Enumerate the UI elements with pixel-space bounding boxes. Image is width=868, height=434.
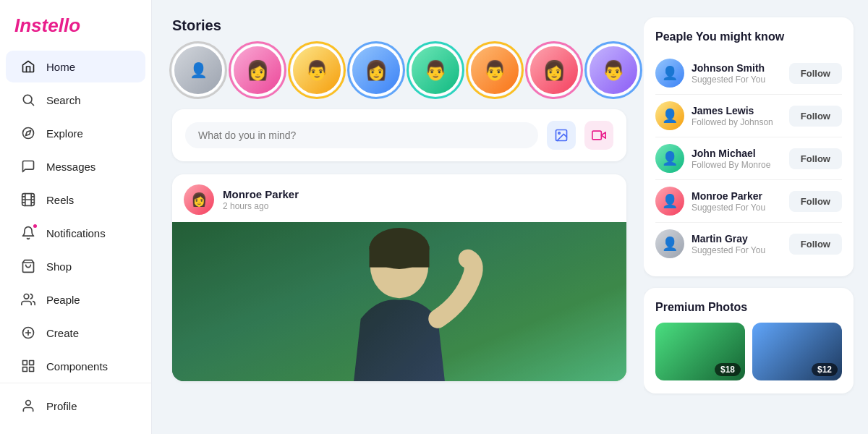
reels-icon <box>20 192 36 208</box>
person-info: John Michael Followed By Monroe <box>692 148 782 170</box>
sidebar-item-home[interactable]: Home <box>6 51 145 82</box>
components-icon <box>20 358 36 374</box>
svg-point-6 <box>24 294 29 299</box>
story-item[interactable]: 👨 <box>469 44 521 96</box>
story-item[interactable]: 👨 <box>409 44 461 96</box>
sidebar-item-components[interactable]: Components <box>6 350 145 382</box>
person-sub: Suggested For You <box>692 245 782 255</box>
sidebar-item-people[interactable]: Peaple <box>6 284 145 315</box>
premium-photo-2[interactable]: $12 <box>752 323 842 380</box>
notifications-icon <box>20 225 36 241</box>
post-author-name: Monroe Parker <box>223 188 299 200</box>
person-avatar: 👤 <box>655 101 684 130</box>
follow-button-2[interactable]: Follow <box>789 106 842 127</box>
post-composer <box>172 109 626 161</box>
premium-title: Premium Photos <box>655 301 842 314</box>
sidebar-label-create: Create <box>46 327 79 339</box>
main-feed: Stories 👤 👩 👨 👩 <box>152 0 644 434</box>
follow-button-4[interactable]: Follow <box>789 191 842 212</box>
premium-card: Premium Photos $18 $12 <box>644 288 854 393</box>
svg-marker-3 <box>25 130 30 135</box>
sidebar-label-search: Search <box>46 94 81 106</box>
sidebar: Instello Home Search <box>0 0 152 434</box>
person-name: Martin Gray <box>692 233 782 244</box>
svg-rect-23 <box>172 222 626 381</box>
premium-photo-1[interactable]: $18 <box>655 323 745 380</box>
post-card: 👩 Monroe Parker 2 hours ago <box>172 174 626 381</box>
right-sidebar: Peaple You might know 👤 Johnson Smith Su… <box>644 0 868 434</box>
person-sub: Followed By Monroe <box>692 160 782 170</box>
profile-icon <box>20 398 36 414</box>
person-sub: Suggested For You <box>692 75 782 85</box>
stories-row: 👤 👩 👨 👩 👨 <box>172 44 626 96</box>
create-icon <box>20 325 36 341</box>
person-sub: Suggested For You <box>692 203 782 213</box>
sidebar-item-shop[interactable]: Shop <box>6 250 145 282</box>
sidebar-label-profile: Profile <box>46 400 77 412</box>
sidebar-item-messages[interactable]: Messages <box>6 150 145 182</box>
sidebar-item-explore[interactable]: Explore <box>6 117 145 149</box>
post-meta: Monroe Parker 2 hours ago <box>223 188 299 211</box>
person-row: 👤 James Lewis Followed by Johnson Follow <box>655 96 842 135</box>
sidebar-label-notifications: Notifications <box>46 227 106 239</box>
person-info: James Lewis Followed by Johnson <box>692 105 782 127</box>
people-icon <box>20 292 36 307</box>
person-info: Monroe Parker Suggested For You <box>692 190 782 213</box>
story-item[interactable]: 👤 <box>172 44 224 96</box>
people-card: Peaple You might know 👤 Johnson Smith Su… <box>644 17 854 276</box>
sidebar-item-search[interactable]: Search <box>6 84 145 116</box>
sidebar-label-shop: Shop <box>46 260 72 273</box>
person-info: Johnson Smith Suggested For You <box>692 62 782 85</box>
composer-input[interactable] <box>185 122 538 148</box>
person-row: 👤 John Michael Followed By Monroe Follow <box>655 139 842 178</box>
photo-button[interactable] <box>547 121 576 150</box>
person-sub: Followed by Johnson <box>692 117 782 127</box>
svg-point-14 <box>26 401 31 406</box>
person-row: 👤 Monroe Parker Suggested For You Follow <box>655 182 842 221</box>
follow-button-3[interactable]: Follow <box>789 148 842 169</box>
person-avatar: 👤 <box>655 144 684 173</box>
story-item[interactable]: 👩 <box>231 44 284 96</box>
story-item[interactable]: 👨 <box>291 44 343 96</box>
sidebar-nav: Home Search Explore <box>0 50 151 422</box>
story-item[interactable]: 👨 <box>587 44 639 96</box>
person-row: 👤 Martin Gray Suggested For You Follow <box>655 224 842 263</box>
people-card-title: Peaple You might know <box>655 30 842 43</box>
story-item[interactable]: 👩 <box>350 44 402 96</box>
post-header: 👩 Monroe Parker 2 hours ago <box>172 174 626 222</box>
explore-icon <box>20 125 36 141</box>
person-name: James Lewis <box>692 105 782 116</box>
svg-rect-18 <box>592 131 602 140</box>
sidebar-item-notifications[interactable]: Notifications <box>6 217 145 249</box>
post-time: 2 hours ago <box>223 201 299 211</box>
svg-point-2 <box>23 128 34 139</box>
svg-rect-11 <box>30 361 34 365</box>
sidebar-label-components: Components <box>46 360 108 373</box>
svg-point-16 <box>558 132 561 135</box>
person-name: Monroe Parker <box>692 190 782 202</box>
premium-price-2: $12 <box>812 363 838 376</box>
person-avatar: 👤 <box>655 187 684 216</box>
messages-icon <box>20 158 36 174</box>
svg-rect-13 <box>23 367 27 372</box>
divider <box>655 137 842 137</box>
sidebar-item-profile[interactable]: Profile <box>6 390 145 422</box>
notification-dot <box>32 223 38 229</box>
person-name: John Michael <box>692 148 782 159</box>
premium-price-1: $18 <box>715 363 741 376</box>
shop-icon <box>20 258 36 274</box>
story-item[interactable]: 👩 <box>528 44 580 96</box>
follow-button-5[interactable]: Follow <box>789 234 842 255</box>
person-info: Martin Gray Suggested For You <box>692 233 782 255</box>
sidebar-item-reels[interactable]: Reels <box>6 184 145 216</box>
stories-title: Stories <box>172 17 626 34</box>
sidebar-item-create[interactable]: Create <box>6 317 145 349</box>
follow-button-1[interactable]: Follow <box>789 63 842 84</box>
video-button[interactable] <box>584 121 613 150</box>
sidebar-label-reels: Reels <box>46 194 74 206</box>
svg-marker-17 <box>601 132 605 138</box>
sidebar-label-people: Peaple <box>46 294 80 306</box>
person-avatar: 👤 <box>655 59 684 88</box>
app-logo: Instello <box>0 12 151 50</box>
search-icon <box>20 92 36 108</box>
